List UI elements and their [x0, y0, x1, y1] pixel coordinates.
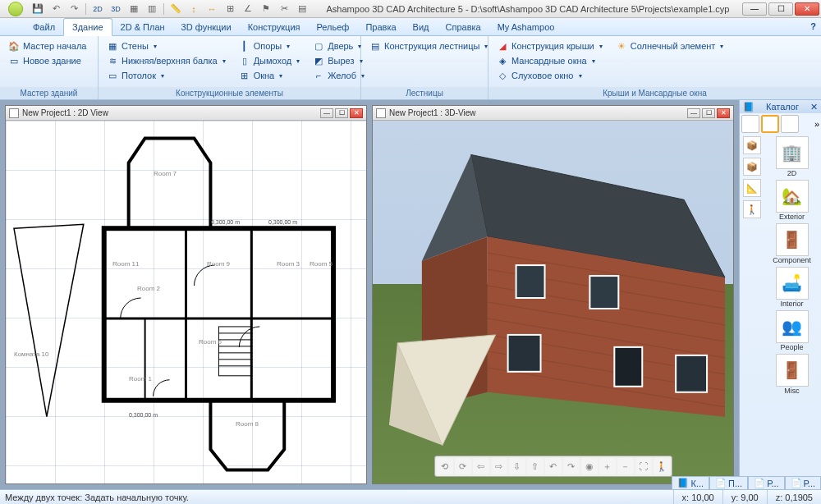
qat-save-icon[interactable]: 💾 — [31, 2, 44, 16]
nav-right-icon[interactable]: ⇨ — [491, 458, 507, 474]
mdi-close-button[interactable]: ✕ — [717, 108, 730, 118]
qat-3d-icon[interactable]: 3D — [109, 2, 122, 16]
cmd-windows[interactable]: ⊞Окна — [237, 69, 302, 82]
mdi-titlebar[interactable]: New Project1 : 2D View — ☐ ✕ — [6, 106, 366, 121]
qat-view-icon[interactable]: ▦ — [127, 2, 140, 16]
cmd-cutout[interactable]: ◩Вырез — [311, 54, 366, 67]
menu-2d-plan[interactable]: 2D & План — [112, 18, 173, 35]
close-button[interactable]: ✕ — [795, 2, 819, 16]
qat-flag-icon[interactable]: ⚑ — [259, 2, 273, 16]
cmd-stairs[interactable]: ▤Конструкция лестницы — [368, 39, 489, 53]
menu-construction[interactable]: Конструкция — [240, 18, 309, 35]
separator — [163, 3, 164, 15]
nav-fit-icon[interactable]: ⛶ — [635, 458, 652, 474]
catalog-item-exterior[interactable]: 🏡Exterior — [768, 180, 817, 221]
mdi-minimize-button[interactable]: — — [320, 108, 333, 118]
mdi-maximize-button[interactable]: ☐ — [702, 108, 715, 118]
catalog-tab-3[interactable] — [781, 115, 799, 133]
app-logo-icon[interactable] — [8, 2, 23, 16]
catalog-item-interior[interactable]: 🛋️Interior — [768, 267, 817, 308]
cmd-gutter[interactable]: ⌐Желоб — [311, 69, 366, 82]
nav-rotate-left-icon[interactable]: ⟲ — [437, 458, 453, 474]
viewport-3d[interactable]: ⟲ ⟳ ⇦ ⇨ ⇩ ⇧ ↶ ↷ ◉ ＋ － ⛶ 🚶 — [373, 121, 733, 483]
cmd-label: Окна — [254, 71, 275, 80]
side-icon-3[interactable]: 📐 — [743, 179, 761, 197]
nav-walk-icon[interactable]: 🚶 — [654, 458, 670, 474]
cmd-label: Конструкция крыши — [511, 41, 594, 51]
cmd-walls[interactable]: ▦Стены — [105, 39, 227, 53]
panel-tab-r2[interactable]: 📄Р... — [785, 476, 821, 489]
cutout-icon: ◩ — [313, 55, 324, 66]
catalog-item-2d[interactable]: 🏢2D — [768, 136, 817, 177]
mdi-minimize-button[interactable]: — — [687, 108, 700, 118]
nav-zoom-out-icon[interactable]: － — [617, 458, 634, 474]
qat-snap-icon[interactable]: ↕ — [187, 2, 200, 16]
nav-up-icon[interactable]: ⇧ — [527, 458, 544, 474]
mdi-maximize-button[interactable]: ☐ — [335, 108, 348, 118]
minimize-button[interactable]: — — [742, 2, 767, 16]
catalog-expand-icon[interactable]: » — [814, 119, 819, 129]
help-icon[interactable]: ? — [810, 21, 816, 31]
side-icon-2[interactable]: 📦 — [743, 158, 761, 176]
cmd-door[interactable]: ▢Дверь — [311, 39, 366, 53]
close-icon[interactable]: ✕ — [810, 102, 818, 112]
menu-edit[interactable]: Правка — [357, 18, 404, 35]
svg-marker-6 — [129, 138, 211, 228]
catalog-tab-1[interactable] — [741, 115, 759, 133]
status-z: z: 0,1905 — [767, 490, 821, 504]
qat-redo-icon[interactable]: ↷ — [67, 2, 80, 16]
nav-toolbar-3d: ⟲ ⟳ ⇦ ⇨ ⇩ ⇧ ↶ ↷ ◉ ＋ － ⛶ 🚶 — [434, 456, 672, 477]
cmd-chimney[interactable]: ▯Дымоход — [237, 54, 302, 67]
side-icon-1[interactable]: 📦 — [743, 136, 761, 154]
qat-snap2-icon[interactable]: ↔ — [205, 2, 218, 16]
catalog-header[interactable]: 📘Каталог✕ — [740, 100, 821, 113]
menu-3d-functions[interactable]: 3D функции — [173, 18, 240, 35]
menu-building[interactable]: Здание — [63, 18, 112, 36]
panel-tab-k[interactable]: 📘К... — [672, 476, 709, 489]
nav-zoom-in-icon[interactable]: ＋ — [599, 458, 616, 474]
qat-angle-icon[interactable]: ∠ — [241, 2, 255, 16]
menu-my-ashampoo[interactable]: My Ashampoo — [489, 18, 563, 35]
catalog-item-people[interactable]: 👥People — [768, 310, 817, 351]
cmd-start-wizard[interactable]: 🏠Мастер начала — [7, 39, 88, 53]
panel-tab-p1[interactable]: 📄П... — [709, 476, 748, 489]
menu-file[interactable]: Файл — [25, 18, 63, 35]
maximize-button[interactable]: ☐ — [768, 2, 793, 16]
viewport-2d[interactable]: Room 7 Room 11 Room 2 Room 9 Room 3 Room… — [6, 121, 366, 483]
mdi-titlebar[interactable]: New Project1 : 3D-View — ☐ ✕ — [373, 106, 733, 121]
cmd-new-building[interactable]: ▭Новое здание — [7, 54, 88, 67]
ribbon: 🏠Мастер начала ▭Новое здание Мастер здан… — [0, 36, 821, 100]
cmd-dormer[interactable]: ◇Слуховое окно — [495, 69, 604, 82]
nav-orbit-icon[interactable]: ◉ — [581, 458, 598, 474]
cmd-roof[interactable]: ◢Конструкция крыши — [495, 39, 604, 53]
qat-cut-icon[interactable]: ✂ — [277, 2, 291, 16]
chimney-icon: ▯ — [239, 55, 250, 66]
panel-tab-r1[interactable]: 📄Р... — [748, 476, 784, 489]
qat-2d-icon[interactable]: 2D — [91, 2, 104, 16]
cmd-ceiling[interactable]: ▭Потолок — [105, 69, 227, 82]
menu-help[interactable]: Справка — [438, 18, 489, 35]
nav-rotate-right-icon[interactable]: ⟳ — [455, 458, 471, 474]
cat-label: Component — [773, 256, 811, 264]
mdi-close-button[interactable]: ✕ — [350, 108, 363, 118]
cmd-supports[interactable]: ┃Опоры — [237, 39, 302, 53]
qat-ruler-icon[interactable]: 📏 — [169, 2, 182, 16]
qat-layer-icon[interactable]: ▤ — [296, 2, 309, 16]
nav-down-icon[interactable]: ⇩ — [509, 458, 525, 474]
nav-left-icon[interactable]: ⇦ — [473, 458, 489, 474]
menu-relief[interactable]: Рельеф — [309, 18, 358, 35]
cmd-solar[interactable]: ☀Солнечный элемент — [614, 39, 726, 53]
cmd-beam[interactable]: ≋Нижняя/верхняя балка — [105, 54, 227, 67]
nav-back-icon[interactable]: ↶ — [545, 458, 562, 474]
menu-view[interactable]: Вид — [405, 18, 438, 35]
side-icon-4[interactable]: 🚶 — [743, 200, 761, 218]
catalog-tab-2[interactable] — [761, 115, 779, 133]
catalog-item-component[interactable]: 🚪Component — [768, 223, 817, 264]
qat-view2-icon[interactable]: ▥ — [145, 2, 158, 16]
qat-grid-icon[interactable]: ⊞ — [223, 2, 236, 16]
catalog-list[interactable]: 🏢2D 🏡Exterior 🚪Component 🛋️Interior 👥Peo… — [766, 136, 818, 395]
catalog-item-misc[interactable]: 🚪Misc — [768, 354, 817, 395]
nav-fwd-icon[interactable]: ↷ — [563, 458, 580, 474]
qat-undo-icon[interactable]: ↶ — [49, 2, 62, 16]
cmd-skylight[interactable]: ◈Мансардные окна — [495, 54, 604, 67]
